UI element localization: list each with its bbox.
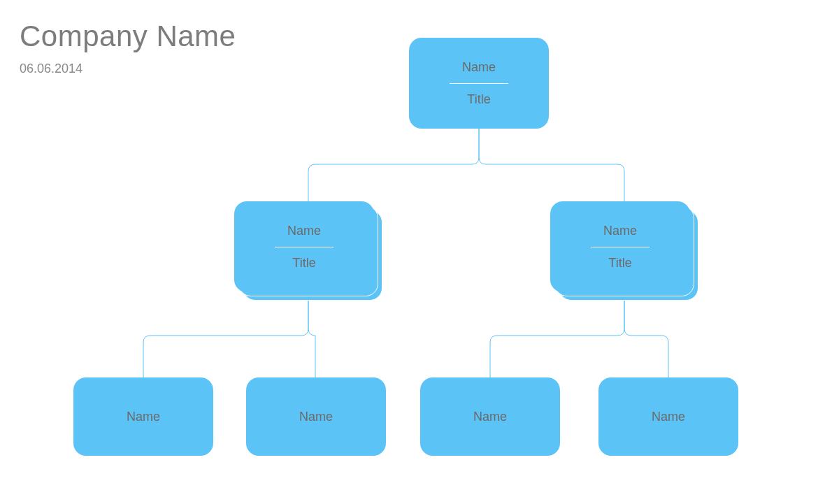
node-name: Name — [473, 410, 507, 424]
node-name: Name — [462, 60, 496, 75]
node-title: Title — [292, 256, 315, 271]
org-chart: Name Title Name Title Name Title Name Na… — [0, 0, 825, 504]
node-title: Title — [608, 256, 631, 271]
node-name: Name — [652, 410, 685, 424]
stack-front: Name Title — [234, 201, 374, 292]
org-node-leaf: Name — [73, 377, 213, 456]
node-divider — [450, 83, 508, 84]
org-node-group-left: Name Title — [234, 201, 382, 301]
stack-front: Name Title — [550, 201, 690, 292]
node-name: Name — [603, 224, 637, 238]
node-divider — [275, 247, 333, 247]
node-title: Title — [467, 92, 490, 107]
node-divider — [591, 247, 650, 247]
node-name: Name — [299, 410, 333, 424]
org-node-leaf: Name — [420, 377, 560, 456]
org-node-leaf: Name — [598, 377, 738, 456]
org-node-leaf: Name — [246, 377, 386, 456]
node-name: Name — [287, 224, 321, 238]
node-name: Name — [127, 410, 160, 424]
org-node-root: Name Title — [409, 38, 549, 129]
org-node-group-right: Name Title — [550, 201, 698, 301]
